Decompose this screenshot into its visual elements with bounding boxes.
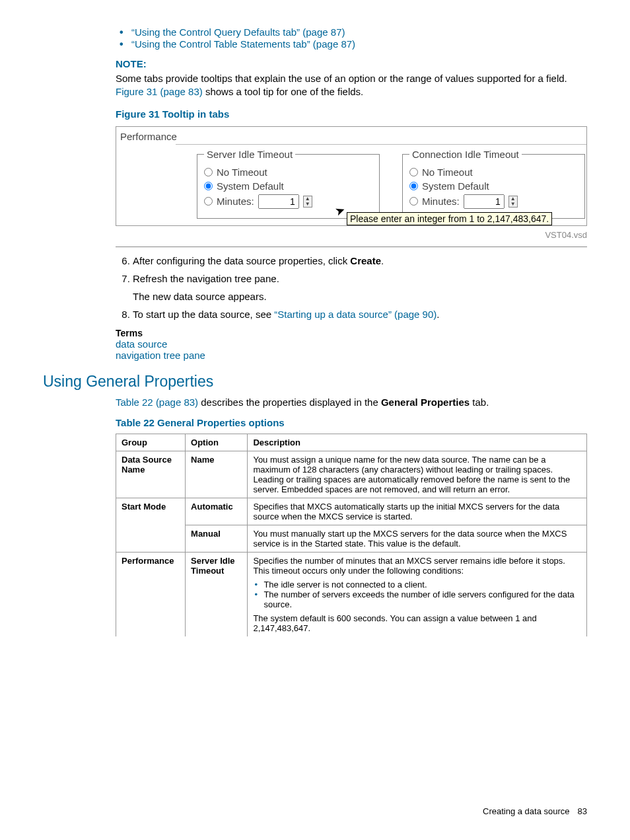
step-8-pre: To start up the data source, see bbox=[133, 309, 274, 320]
server-minutes-radio[interactable] bbox=[204, 197, 213, 206]
server-idle-timeout-fieldset: Server Idle Timeout No Timeout System De… bbox=[197, 149, 380, 219]
table-row: Manual You must manually start up the MX… bbox=[116, 525, 587, 552]
related-link-1[interactable]: “Using the Control Query Defaults tab” (… bbox=[131, 26, 345, 38]
conn-minutes-stepper[interactable]: ▲▼ bbox=[508, 196, 518, 208]
option-server-idle-timeout: Server Idle Timeout bbox=[191, 556, 235, 576]
horizontal-rule bbox=[116, 247, 587, 247]
steps-list: After configuring the data source proper… bbox=[116, 254, 587, 321]
note-body: Some tabs provide tooltips that explain … bbox=[116, 72, 587, 99]
note-heading: NOTE: bbox=[116, 58, 587, 69]
related-link-2[interactable]: “Using the Control Table Statements tab”… bbox=[131, 38, 355, 50]
figure-filename: VST04.vsd bbox=[116, 230, 587, 240]
connection-idle-timeout-fieldset: Connection Idle Timeout No Timeout Syste… bbox=[402, 149, 585, 219]
server-system-default-radio[interactable] bbox=[204, 182, 213, 190]
conn-minutes-input[interactable] bbox=[464, 194, 505, 209]
server-minutes-stepper[interactable]: ▲▼ bbox=[303, 196, 312, 208]
th-option: Option bbox=[186, 434, 248, 451]
conn-minutes-radio[interactable] bbox=[409, 197, 418, 206]
conn-no-timeout-label: No Timeout bbox=[422, 167, 473, 178]
intro-bold: General Properties bbox=[381, 397, 470, 408]
server-idle-legend: Server Idle Timeout bbox=[204, 149, 295, 160]
step-6-bold: Create bbox=[350, 255, 381, 266]
terms-heading: Terms bbox=[116, 328, 587, 338]
step-6: After configuring the data source proper… bbox=[133, 254, 587, 268]
server-minutes-input[interactable] bbox=[258, 194, 299, 209]
term-navigation-tree[interactable]: navigation tree pane bbox=[116, 350, 587, 361]
group-start-mode: Start Mode bbox=[122, 502, 166, 512]
related-links-list: “Using the Control Query Defaults tab” (… bbox=[116, 26, 587, 50]
step-7a: Refresh the navigation tree pane. bbox=[133, 272, 587, 286]
intro-table-link[interactable]: Table 22 (page 83) bbox=[116, 397, 198, 408]
page-footer: Creating a data source 83 bbox=[483, 806, 587, 816]
table-row: Data Source Name Name You must assign a … bbox=[116, 451, 587, 498]
connection-idle-legend: Connection Idle Timeout bbox=[409, 149, 522, 160]
footer-label: Creating a data source bbox=[483, 806, 570, 816]
server-no-timeout-radio[interactable] bbox=[204, 168, 213, 176]
option-manual: Manual bbox=[191, 529, 221, 539]
note-figure-link[interactable]: Figure 31 (page 83) bbox=[116, 86, 203, 97]
table-row: Performance Server Idle Timeout Specifie… bbox=[116, 552, 587, 636]
server-minutes-label: Minutes: bbox=[217, 196, 254, 207]
server-no-timeout-label: No Timeout bbox=[217, 167, 267, 178]
term-data-source[interactable]: data source bbox=[116, 338, 587, 350]
conn-system-default-radio[interactable] bbox=[409, 182, 418, 190]
step-6-post: . bbox=[381, 255, 384, 266]
tooltip-box: Please enter an integer from 1 to 2,147,… bbox=[347, 212, 552, 225]
th-group: Group bbox=[116, 434, 186, 451]
group-data-source-name: Data Source Name bbox=[122, 455, 172, 475]
option-name: Name bbox=[191, 455, 214, 465]
figure-image: Performance Server Idle Timeout No Timeo… bbox=[116, 126, 587, 226]
desc-sit-b2: The number of servers exceeds the number… bbox=[263, 590, 581, 609]
group-performance: Performance bbox=[122, 556, 174, 566]
step-8: To start up the data source, see “Starti… bbox=[133, 307, 587, 321]
section-heading: Using General Properties bbox=[43, 373, 587, 391]
option-automatic: Automatic bbox=[191, 502, 233, 512]
desc-sit-p2: The system default is 600 seconds. You c… bbox=[253, 613, 581, 633]
intro-mid: describes the properties displayed in th… bbox=[198, 397, 381, 408]
table-row: Start Mode Automatic Specifies that MXCS… bbox=[116, 498, 587, 525]
step-8-link[interactable]: “Starting up a data source” (page 90) bbox=[274, 309, 437, 320]
desc-manual: You must manually start up the MXCS serv… bbox=[248, 525, 587, 552]
figure-title: Figure 31 Tooltip in tabs bbox=[116, 108, 587, 120]
server-system-default-label: System Default bbox=[217, 180, 284, 192]
footer-page-number: 83 bbox=[578, 806, 587, 816]
properties-table: Group Option Description Data Source Nam… bbox=[116, 434, 587, 636]
desc-sit-b1: The idle server is not connected to a cl… bbox=[263, 580, 581, 590]
desc-name: You must assign a unique name for the ne… bbox=[248, 451, 587, 498]
conn-system-default-label: System Default bbox=[422, 180, 489, 192]
section-intro: Table 22 (page 83) describes the propert… bbox=[116, 396, 587, 409]
table-title: Table 22 General Properties options bbox=[116, 417, 587, 428]
step-7b: The new data source appears. bbox=[133, 289, 587, 303]
performance-group-label: Performance bbox=[120, 131, 177, 142]
note-text-pre: Some tabs provide tooltips that explain … bbox=[116, 73, 567, 84]
desc-automatic: Specifies that MXCS automatically starts… bbox=[248, 498, 587, 525]
step-7: Refresh the navigation tree pane. The ne… bbox=[133, 272, 587, 303]
desc-sit-p1: Specifies the number of minutes that an … bbox=[253, 556, 581, 576]
note-text-post: shows a tool tip for one of the fields. bbox=[203, 86, 363, 97]
intro-post: tab. bbox=[470, 397, 489, 408]
step-8-post: . bbox=[437, 309, 439, 320]
conn-no-timeout-radio[interactable] bbox=[409, 168, 418, 176]
conn-minutes-label: Minutes: bbox=[422, 196, 460, 207]
step-6-pre: After configuring the data source proper… bbox=[133, 255, 350, 266]
th-description: Description bbox=[248, 434, 587, 451]
